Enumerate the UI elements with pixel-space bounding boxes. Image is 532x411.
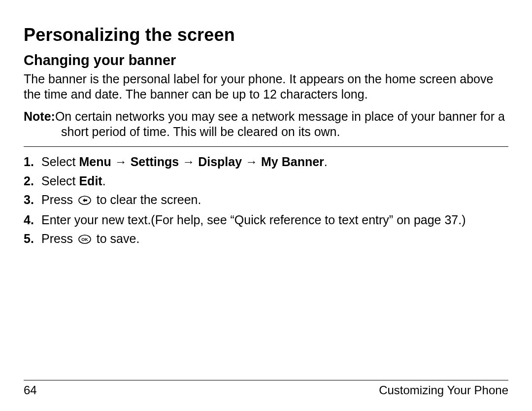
step-text: Press — [41, 232, 76, 245]
page-number: 64 — [24, 383, 37, 397]
step-text: Press — [41, 193, 76, 206]
svg-text:OK: OK — [81, 237, 88, 242]
step-number: 3. — [24, 192, 41, 208]
step-text: to clear the screen. — [97, 193, 201, 206]
settings-label: Settings — [131, 155, 179, 169]
note-label: Note: — [24, 109, 55, 123]
arrow: → — [242, 155, 261, 169]
period: . — [324, 155, 328, 169]
edit-label: Edit — [79, 174, 102, 188]
section-heading: Changing your banner — [24, 52, 508, 68]
step-text: to save. — [97, 232, 140, 245]
footer-section-title: Customizing Your Phone — [379, 383, 508, 397]
document-page: Personalizing the screen Changing your b… — [0, 0, 532, 411]
step-body: Select Edit. — [41, 173, 508, 189]
menu-label: Menu — [79, 155, 111, 169]
intro-paragraph: The banner is the personal label for you… — [24, 71, 508, 102]
period: . — [102, 174, 106, 188]
step-2: 2. Select Edit. — [24, 173, 508, 189]
step-4: 4. Enter your new text.(For help, see “Q… — [24, 212, 508, 228]
display-label: Display — [198, 155, 242, 169]
arrow: → — [111, 155, 131, 169]
divider — [24, 146, 508, 147]
step-1: 1. Select Menu → Settings → Display → My… — [24, 154, 508, 170]
step-body: Press OK to save. — [41, 231, 508, 248]
step-text: Select — [41, 174, 79, 188]
footer-divider — [24, 380, 508, 380]
step-number: 1. — [24, 154, 41, 170]
step-body: Press to clear the screen. — [41, 192, 508, 209]
note-block: Note:On certain networks you may see a n… — [24, 109, 508, 139]
step-number: 4. — [24, 212, 41, 228]
mybanner-label: My Banner — [261, 155, 324, 169]
steps-list: 1. Select Menu → Settings → Display → My… — [24, 154, 508, 248]
back-key-icon — [78, 193, 91, 209]
step-text: Select — [41, 155, 79, 169]
step-number: 2. — [24, 173, 41, 189]
step-3: 3. Press to clear the screen. — [24, 192, 508, 209]
step-body: Enter your new text.(For help, see “Quic… — [41, 212, 508, 228]
step-body: Select Menu → Settings → Display → My Ba… — [41, 154, 508, 170]
page-footer: 64 Customizing Your Phone — [24, 380, 508, 397]
arrow: → — [179, 155, 198, 169]
step-number: 5. — [24, 231, 41, 247]
step-5: 5. Press OK to save. — [24, 231, 508, 248]
note-text: On certain networks you may see a networ… — [55, 109, 505, 138]
ok-key-icon: OK — [78, 232, 91, 248]
page-title: Personalizing the screen — [24, 25, 508, 45]
